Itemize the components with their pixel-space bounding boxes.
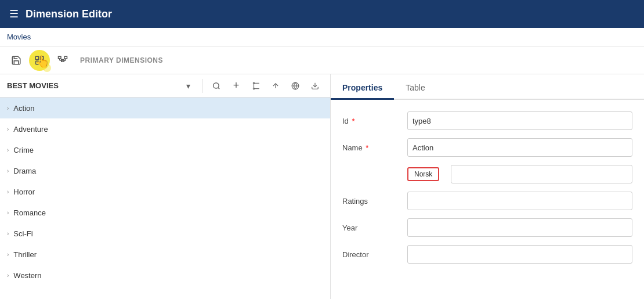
chevron-icon: ›: [7, 147, 9, 153]
list-item[interactable]: › Drama: [0, 160, 330, 181]
id-label: Id *: [342, 117, 400, 125]
breadcrumb-movies[interactable]: Movies: [7, 33, 31, 41]
item-label: Drama: [13, 167, 36, 175]
chevron-icon: ›: [7, 126, 9, 132]
list-item[interactable]: › Crime: [0, 139, 330, 160]
chevron-icon: ›: [7, 168, 9, 174]
year-label: Year: [342, 224, 400, 232]
ratings-input[interactable]: [407, 192, 632, 210]
properties-form: Id * Name * Norsk Ratings: [331, 100, 644, 275]
chevron-icon: ›: [7, 189, 9, 195]
primary-dimensions-label: PRIMARY DIMENSIONS: [80, 56, 163, 64]
add-item-button[interactable]: +: [228, 78, 244, 94]
sort-button[interactable]: [267, 78, 284, 94]
item-label: Thriller: [13, 250, 37, 259]
add-child-button[interactable]: 👆: [29, 50, 50, 71]
export-button[interactable]: [307, 78, 323, 94]
list-item[interactable]: › Horror: [0, 181, 330, 202]
item-label: Horror: [13, 188, 35, 196]
svg-rect-8: [64, 56, 67, 59]
list-item[interactable]: › Action: [0, 98, 330, 118]
item-label: Romance: [13, 208, 46, 217]
svg-rect-2: [41, 61, 44, 64]
name-input[interactable]: [407, 138, 632, 157]
item-label: Action: [13, 104, 34, 113]
chevron-icon: ›: [7, 210, 9, 216]
director-label: Director: [342, 250, 400, 259]
left-panel: BEST MOVIES ▾ +: [0, 74, 331, 299]
right-panel: Properties Table Id * Name *: [331, 74, 644, 299]
search-button[interactable]: [208, 78, 225, 94]
tabs: Properties Table: [331, 74, 644, 100]
list-item[interactable]: › Western: [0, 265, 330, 286]
list-item[interactable]: › Thriller: [0, 244, 330, 265]
id-input[interactable]: [407, 111, 632, 130]
item-label: Western: [13, 271, 41, 280]
norsk-input[interactable]: [451, 165, 632, 183]
save-button[interactable]: [7, 51, 26, 70]
year-row: Year: [342, 218, 632, 237]
svg-rect-0: [35, 56, 38, 59]
svg-line-14: [218, 87, 220, 89]
toolbar: 👆 PRIMARY DIMENSIONS: [0, 46, 644, 74]
item-label: Crime: [13, 146, 34, 154]
norsk-badge[interactable]: Norsk: [407, 167, 439, 181]
chevron-icon: ›: [7, 251, 9, 258]
items-list: › Action › Adventure › Crime › Drama › H…: [0, 98, 330, 299]
ratings-row: Ratings: [342, 192, 632, 210]
main-content: BEST MOVIES ▾ +: [0, 74, 644, 299]
app-title: Dimension Editor: [26, 8, 112, 20]
dropdown-button[interactable]: ▾: [180, 78, 196, 94]
tab-table[interactable]: Table: [394, 83, 436, 100]
item-label: Sci-Fi: [13, 229, 32, 238]
director-row: Director: [342, 245, 632, 264]
norsk-row: Norsk: [342, 165, 632, 183]
svg-rect-1: [41, 56, 44, 59]
chevron-icon: ›: [7, 105, 9, 111]
list-item[interactable]: › Sci-Fi: [0, 223, 330, 244]
id-row: Id *: [342, 111, 632, 130]
item-label: Adventure: [13, 125, 48, 134]
hierarchy-button[interactable]: [53, 51, 72, 70]
list-title: BEST MOVIES: [7, 81, 176, 90]
tab-properties[interactable]: Properties: [331, 83, 394, 100]
top-bar: ☰ Dimension Editor: [0, 0, 644, 28]
list-item[interactable]: › Adventure: [0, 118, 330, 139]
list-item[interactable]: › Romance: [0, 202, 330, 223]
director-input[interactable]: [407, 245, 632, 264]
cut-button[interactable]: [248, 78, 264, 94]
name-label: Name *: [342, 143, 400, 152]
chevron-icon: ›: [7, 272, 9, 279]
list-header: BEST MOVIES ▾ +: [0, 74, 330, 98]
breadcrumb-bar: Movies: [0, 28, 644, 46]
name-row: Name *: [342, 138, 632, 157]
separator: [202, 79, 202, 93]
globe-button[interactable]: [287, 78, 303, 94]
ratings-label: Ratings: [342, 197, 400, 206]
svg-point-13: [214, 82, 219, 88]
svg-rect-6: [59, 56, 61, 59]
year-input[interactable]: [407, 218, 632, 237]
chevron-icon: ›: [7, 230, 9, 237]
menu-icon[interactable]: ☰: [9, 8, 19, 20]
